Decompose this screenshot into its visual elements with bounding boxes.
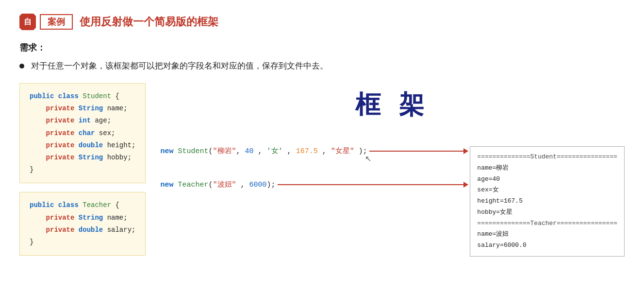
output-name1: name=柳岩 bbox=[477, 163, 617, 174]
page: 自 案例 使用反射做一个简易版的框架 需求： 对于任意一个对象，该框架都可以把对… bbox=[0, 0, 644, 266]
output-box: ==============Student================ na… bbox=[470, 146, 625, 257]
bullet-icon bbox=[19, 64, 24, 69]
header-tag: 案例 bbox=[40, 14, 73, 30]
center-right: 框 架 new Student("柳岩", 40 , '女' , 167.5 ,… bbox=[146, 83, 625, 257]
teacher-arrow-row: new Teacher("波妞" , 6000); bbox=[160, 180, 470, 189]
framework-title: 框 架 bbox=[355, 88, 430, 122]
output-height: height=167.5 bbox=[477, 196, 617, 207]
row1: new Student("柳岩", 40 , '女' , 167.5 , "女星… bbox=[160, 146, 625, 257]
demand-item: 对于任意一个对象，该框架都可以把对象的字段名和对应的值，保存到文件中去。 bbox=[19, 60, 625, 71]
output-sex: sex=女 bbox=[477, 185, 617, 196]
instance-and-arrow-col: new Student("柳岩", 40 , '女' , 167.5 , "女星… bbox=[160, 146, 470, 189]
student-code-box: public class Student { private String na… bbox=[19, 83, 146, 183]
header-icon: 自 bbox=[19, 14, 36, 30]
output-sep1: ==============Student================ bbox=[477, 152, 617, 163]
teacher-code-box: public class Teacher { private String na… bbox=[19, 192, 146, 256]
student-arrow bbox=[369, 151, 468, 152]
student-instance-wrapper: new Student("柳岩", 40 , '女' , 167.5 , "女星… bbox=[160, 146, 367, 156]
student-arrow-row: new Student("柳岩", 40 , '女' , 167.5 , "女星… bbox=[160, 146, 470, 156]
teacher-arrow bbox=[278, 184, 468, 185]
header-title: 使用反射做一个简易版的框架 bbox=[80, 15, 218, 29]
main-content: public class Student { private String na… bbox=[19, 83, 625, 257]
output-hobby: hobby=女星 bbox=[477, 207, 617, 218]
code-boxes: public class Student { private String na… bbox=[19, 83, 146, 256]
demand-label: 需求： bbox=[19, 42, 625, 53]
output-name2: name=波妞 bbox=[477, 229, 617, 240]
teacher-instance-code: new Teacher("波妞" , 6000); bbox=[160, 180, 275, 189]
output-salary: salary=6000.0 bbox=[477, 240, 617, 251]
output-sep2: ==============Teacher================ bbox=[477, 218, 617, 229]
output-age: age=40 bbox=[477, 174, 617, 185]
header: 自 案例 使用反射做一个简易版的框架 bbox=[19, 14, 625, 30]
student-instance-code: new Student("柳岩", 40 , '女' , 167.5 , "女星… bbox=[160, 146, 367, 156]
